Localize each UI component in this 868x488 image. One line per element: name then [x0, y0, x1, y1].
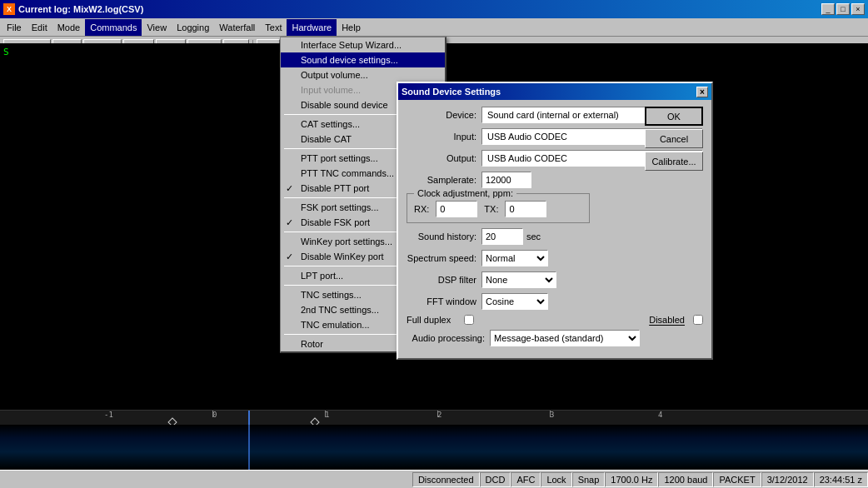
menu-logging[interactable]: Logging	[172, 19, 214, 36]
status-snap: Snap	[572, 472, 606, 487]
menu-commands[interactable]: Commands	[85, 19, 142, 36]
ruler-tick-neg1: -1	[104, 411, 113, 419]
menu-file[interactable]: File	[2, 19, 27, 36]
status-dcd: DCD	[480, 472, 511, 487]
menu-sound-device-settings[interactable]: Sound device settings...	[281, 52, 445, 67]
app-icon: X	[3, 3, 15, 15]
spectrum-speed-label: Spectrum speed:	[407, 253, 481, 263]
menu-view[interactable]: View	[142, 19, 172, 36]
disabled-label: Disabled	[649, 315, 685, 325]
samplerate-label: Samplerate:	[407, 175, 481, 185]
waterfall-freq-line	[248, 425, 250, 470]
close-button[interactable]: ×	[851, 3, 865, 15]
dsp-filter-row: DSP filter None	[407, 271, 703, 288]
menu-waterfall[interactable]: Waterfall	[214, 19, 260, 36]
input-label: Input:	[407, 132, 481, 142]
right-diamond	[310, 417, 319, 425]
ok-button[interactable]: OK	[645, 107, 703, 126]
sound-history-input[interactable]	[481, 228, 523, 245]
fft-window-row: FFT window Cosine	[407, 293, 703, 310]
tx-label: TX:	[484, 204, 498, 214]
disabled-checkbox[interactable]	[693, 315, 703, 325]
minimize-button[interactable]: _	[821, 3, 835, 15]
sound-history-row: Sound history: sec	[407, 228, 703, 245]
menu-output-volume[interactable]: Output volume...	[281, 67, 445, 82]
menu-text[interactable]: Text	[260, 19, 287, 36]
audio-processing-row: Audio processing: Message-based (standar…	[407, 330, 703, 346]
calibrate-button[interactable]: Calibrate...	[645, 152, 703, 171]
fft-window-select[interactable]: Cosine	[481, 293, 548, 310]
status-bar: Disconnected DCD AFC Lock Snap 1700.0 Hz…	[0, 470, 868, 488]
spectrum-speed-row: Spectrum speed: Normal	[407, 250, 703, 266]
tx-input[interactable]	[505, 201, 546, 217]
menu-help[interactable]: Help	[337, 19, 366, 36]
output-label: Output:	[407, 153, 481, 163]
sound-device-dialog: Sound Device Settings × Device: Sound ca…	[397, 82, 713, 360]
tick-0	[212, 411, 213, 417]
log-text: S	[3, 47, 9, 57]
status-afc: AFC	[511, 472, 541, 487]
samplerate-row: Samplerate:	[407, 172, 703, 188]
rx-label: RX:	[414, 204, 429, 214]
rx-input[interactable]	[436, 201, 477, 217]
duplex-row: Full duplex Disabled	[407, 315, 703, 325]
waterfall-canvas[interactable]	[0, 425, 868, 470]
menu-edit[interactable]: Edit	[27, 19, 52, 36]
maximize-button[interactable]: □	[836, 3, 850, 15]
spectrum-speed-select[interactable]: Normal	[481, 250, 548, 266]
waterfall-ruler: -1 0 1 2 3 4	[0, 410, 868, 425]
device-label: Device:	[407, 110, 481, 120]
full-duplex-checkbox[interactable]	[464, 315, 474, 325]
title-buttons: _ □ ×	[821, 3, 865, 15]
left-diamond	[167, 417, 177, 425]
tick-2	[437, 411, 438, 417]
tick-1	[325, 411, 326, 417]
samplerate-input[interactable]	[481, 172, 531, 188]
status-baud: 1200 baud	[658, 472, 713, 487]
audio-processing-label: Audio processing:	[407, 333, 490, 343]
status-disconnected: Disconnected	[412, 472, 480, 487]
tick-3	[550, 411, 551, 417]
menu-bar: File Edit Mode Commands View Logging Wat…	[0, 18, 868, 37]
cancel-button[interactable]: Cancel	[645, 129, 703, 148]
dialog-title-text: Sound Device Settings	[402, 87, 501, 97]
ruler-tick-4: 4	[658, 411, 662, 419]
menu-interface-setup[interactable]: Interface Setup Wizard...	[281, 37, 445, 52]
menu-hardware[interactable]: Hardware	[287, 19, 337, 36]
dialog-body: Device: Sound card (internal or external…	[398, 100, 711, 358]
dsp-filter-label: DSP filter	[407, 275, 481, 285]
clock-group-title: Clock adjustment, ppm:	[414, 188, 516, 198]
status-freq: 1700.0 Hz	[605, 472, 658, 487]
dialog-close-button[interactable]: ×	[696, 87, 708, 97]
status-date: 3/12/2012	[761, 472, 814, 487]
sound-history-label: Sound history:	[407, 232, 481, 242]
window-title: Current log: MixW2.log(CSV)	[18, 4, 143, 14]
dsp-filter-select[interactable]: None	[481, 271, 556, 288]
fft-window-label: FFT window	[407, 296, 481, 306]
sec-label: sec	[526, 232, 541, 242]
freq-marker	[248, 411, 250, 425]
dialog-title-bar: Sound Device Settings ×	[398, 83, 711, 100]
menu-mode[interactable]: Mode	[52, 19, 86, 36]
status-mode: PACKET	[713, 472, 761, 487]
waterfall-container: -1 0 1 2 3 4	[0, 410, 868, 470]
status-lock: Lock	[541, 472, 571, 487]
title-bar: X Current log: MixW2.log(CSV) _ □ ×	[0, 0, 868, 18]
full-duplex-label: Full duplex	[407, 315, 456, 325]
status-time: 23:44:51 z	[814, 472, 868, 487]
audio-processing-select[interactable]: Message-based (standard)	[490, 330, 640, 346]
